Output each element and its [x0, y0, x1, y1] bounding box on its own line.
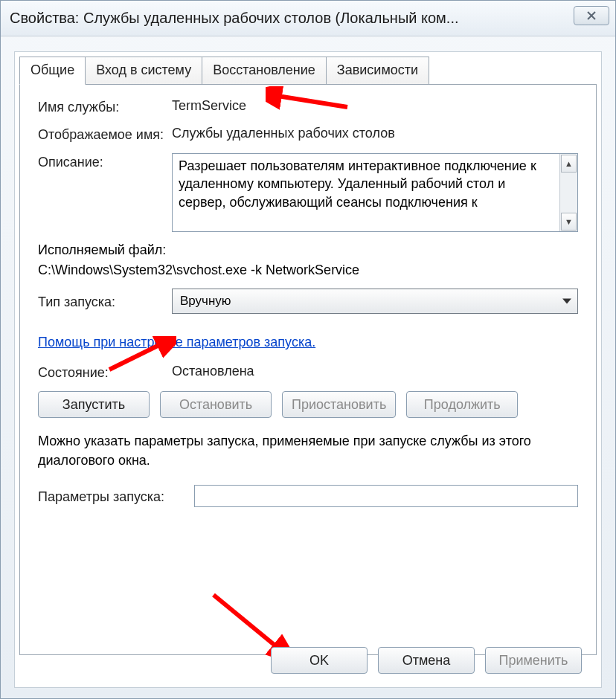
svg-line-2: [214, 595, 280, 650]
tab-panel-general: Имя службы: TermService Отображаемое имя…: [19, 84, 597, 655]
close-icon: [586, 11, 597, 20]
value-display-name: Службы удаленных рабочих столов: [172, 126, 578, 141]
start-params-note: Можно указать параметры запуска, применя…: [38, 431, 578, 470]
resume-button[interactable]: Продолжить: [406, 391, 518, 418]
value-service-name: TermService: [172, 98, 578, 114]
label-display-name: Отображаемое имя:: [38, 126, 172, 143]
value-description: Разрешает пользователям интерактивное по…: [173, 154, 559, 231]
tab-strip: Общие Вход в систему Восстановление Зави…: [19, 57, 606, 84]
label-startup-type: Тип запуска:: [38, 293, 172, 310]
pause-button[interactable]: Приостановить: [282, 391, 396, 418]
scroll-down-icon[interactable]: ▼: [561, 213, 577, 231]
chevron-down-icon: [562, 299, 571, 304]
tab-dependencies[interactable]: Зависимости: [326, 57, 429, 84]
ok-button[interactable]: OK: [271, 647, 368, 674]
footer-buttons: OK Отмена Применить: [271, 647, 582, 674]
startup-type-dropdown[interactable]: Вручную: [172, 289, 578, 314]
value-status: Остановлена: [172, 364, 578, 379]
tab-general[interactable]: Общие: [19, 57, 86, 85]
label-description: Описание:: [38, 153, 172, 170]
apply-button[interactable]: Применить: [485, 647, 582, 674]
properties-dialog: Свойства: Службы удаленных рабочих столо…: [0, 0, 616, 699]
window-title: Свойства: Службы удаленных рабочих столо…: [10, 10, 574, 27]
close-button[interactable]: [574, 6, 609, 25]
startup-type-value: Вручную: [180, 294, 231, 309]
help-startup-link[interactable]: Помощь при настройке параметров запуска.: [38, 335, 315, 350]
start-button[interactable]: Запустить: [38, 391, 150, 418]
stop-button[interactable]: Остановить: [160, 391, 272, 418]
description-box: Разрешает пользователям интерактивное по…: [172, 153, 578, 232]
tab-recovery[interactable]: Восстановление: [202, 57, 327, 84]
label-start-params: Параметры запуска:: [38, 488, 194, 505]
label-service-name: Имя службы:: [38, 98, 172, 115]
start-params-input[interactable]: [194, 485, 578, 507]
value-executable-path: C:\Windows\System32\svchost.exe -k Netwo…: [38, 262, 578, 278]
client-area: Общие Вход в систему Восстановление Зави…: [14, 51, 602, 688]
label-status: Состояние:: [38, 364, 172, 381]
label-executable: Исполняемый файл:: [38, 242, 578, 258]
tab-logon[interactable]: Вход в систему: [85, 57, 202, 84]
cancel-button[interactable]: Отмена: [378, 647, 475, 674]
scroll-up-icon[interactable]: ▲: [561, 155, 577, 173]
description-scrollbar[interactable]: ▲ ▼: [559, 154, 577, 231]
titlebar: Свойства: Службы удаленных рабочих столо…: [1, 1, 615, 36]
